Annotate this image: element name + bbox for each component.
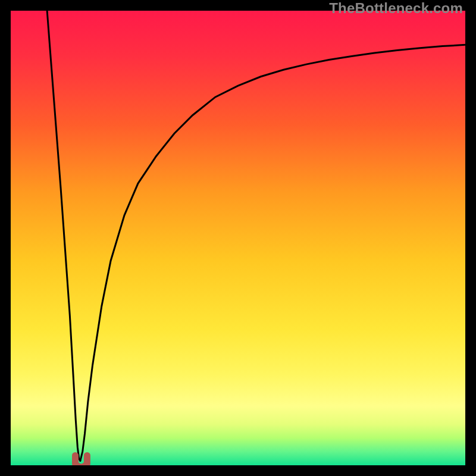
chart-plot-area	[11, 11, 465, 465]
gradient-background	[11, 11, 465, 465]
chart-svg	[11, 11, 465, 465]
watermark-label: TheBottleneck.com	[329, 0, 463, 17]
chart-frame: TheBottleneck.com	[0, 0, 476, 476]
